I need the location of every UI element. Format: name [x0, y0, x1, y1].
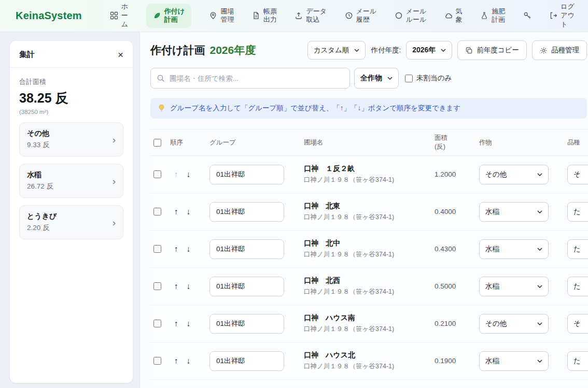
variety-select[interactable]: た [567, 202, 588, 222]
move-up-button[interactable]: ↑ [174, 170, 178, 179]
table-row: ↑ ↓ 口神 北東 口神ノ川１９８（笹ヶ谷374-1) 0.4000 水稲 た [150, 193, 588, 231]
variety-management-button[interactable]: 品種管理 [532, 40, 587, 60]
crop-select[interactable]: 水稲 [479, 351, 549, 371]
move-down-button[interactable]: ↓ [187, 170, 191, 179]
unassigned-only-label: 未割当のみ [416, 74, 452, 83]
field-name: 口神 北中 [304, 239, 435, 248]
select-all-checkbox[interactable] [153, 139, 161, 147]
table-row-clipped [150, 380, 588, 387]
move-up-button[interactable]: ↑ [174, 320, 178, 328]
search-input[interactable] [150, 68, 350, 89]
area-value: 0.1900 [435, 357, 479, 365]
move-down-button[interactable]: ↓ [187, 282, 191, 291]
variety-select-value: そ [573, 170, 581, 179]
variety-select[interactable]: た [567, 277, 588, 296]
group-input[interactable] [209, 351, 284, 371]
map-pin-icon [209, 11, 217, 20]
move-up-button[interactable]: ↑ [174, 208, 178, 216]
chevron-right-icon: › [113, 218, 116, 227]
copy-previous-year-button[interactable]: 前年度コピー [457, 40, 527, 60]
nav-item-planting-plan[interactable]: 作付け 計画 [146, 4, 191, 28]
chevron-down-icon [537, 360, 542, 363]
nav-item-label: データ 取込 [306, 7, 327, 25]
row-checkbox[interactable] [153, 357, 161, 365]
crop-summary-card-suito[interactable]: 水稲 26.72 反 › [19, 164, 123, 198]
field-address: 口神ノ川１９８（笹ヶ谷374-1) [304, 250, 435, 259]
variety-select-value: た [573, 356, 581, 366]
move-down-button[interactable]: ↓ [187, 357, 191, 365]
crop-filter-select[interactable]: 全作物 [354, 68, 399, 89]
field-address: 口神ノ川１９８（笹ヶ谷374-1) [304, 213, 435, 222]
document-icon [252, 11, 260, 20]
nav-item-data-import[interactable]: データ 取込 [295, 7, 327, 25]
group-input[interactable] [209, 165, 284, 184]
table-row: ↑ ↓ 口神 ハウス北 口神ノ川１９８（笹ヶ谷374-1) 0.1900 水稲 … [150, 342, 588, 380]
area-value: 0.5000 [435, 282, 479, 290]
chevron-down-icon [441, 49, 446, 52]
field-address: 口神ノ川１９８（笹ヶ谷374-1) [304, 362, 435, 371]
field-name: 口神 ハウス北 [304, 351, 435, 360]
field-name: 口神 １反２畝 [304, 164, 435, 174]
nav-item-field-management[interactable]: 圃場 管理 [209, 7, 234, 25]
nav-item-logout[interactable]: ログ アウ ト [549, 3, 575, 29]
nav-item-mail-history[interactable]: メール 履歴 [345, 7, 377, 25]
nav-item-weather[interactable]: 気 象 [444, 7, 463, 25]
nav-item-mail-rules[interactable]: メール ルール [395, 7, 427, 25]
main-nav: ホ ー ム 作付け 計画 圃場 管理 帳票 出力 データ 取込 メール 履歴 メ… [110, 3, 575, 29]
close-icon[interactable]: × [118, 50, 123, 60]
move-up-button[interactable]: ↑ [174, 245, 178, 253]
variety-select[interactable]: そ [567, 314, 588, 334]
crop-summary-value: 26.72 反 [27, 182, 53, 191]
rule-circle-icon [395, 11, 403, 20]
group-input[interactable] [209, 239, 284, 259]
variety-select[interactable]: た [567, 351, 588, 371]
variety-select[interactable]: そ [567, 165, 588, 184]
nav-item-label: 作付け 計画 [164, 7, 185, 25]
header-group: グループ [209, 138, 304, 147]
area-value: 1.2000 [435, 170, 479, 178]
variety-select[interactable]: た [567, 239, 588, 259]
row-checkbox[interactable] [153, 245, 161, 253]
search-icon [157, 74, 165, 82]
row-checkbox[interactable] [153, 282, 161, 290]
table-row: ↑ ↓ 口神 １反２畝 口神ノ川１９８（笹ヶ谷374-1) 1.2000 その他… [150, 156, 588, 193]
row-checkbox[interactable] [153, 320, 161, 327]
field-address: 口神ノ川１９８（笹ヶ谷374-1) [304, 176, 435, 184]
nav-item-home[interactable]: ホ ー ム [110, 3, 128, 29]
unassigned-only-checkbox[interactable] [405, 75, 413, 82]
group-input[interactable] [209, 202, 284, 222]
copy-icon [465, 47, 473, 54]
chevron-down-icon [537, 210, 542, 213]
group-input[interactable] [209, 314, 284, 334]
nav-item-report-output[interactable]: 帳票 出力 [252, 7, 277, 25]
unassigned-only-toggle[interactable]: 未割当のみ [405, 74, 452, 83]
plant-year-select[interactable]: 2026年 [406, 41, 452, 60]
summary-sidebar: 集計 × 合計面積 38.25 反 (38250 m²) その他 9.33 反 … [0, 32, 139, 388]
crop-select[interactable]: その他 [479, 314, 549, 334]
move-down-button[interactable]: ↓ [187, 245, 191, 253]
nav-item-fertilizer-plan[interactable]: 施肥 計画 [480, 7, 505, 25]
crop-summary-value: 2.20 反 [27, 223, 57, 233]
crop-summary-card-tokibi[interactable]: とうきび 2.20 反 › [19, 205, 123, 239]
area-value: 0.4000 [435, 208, 479, 215]
row-checkbox[interactable] [153, 208, 161, 215]
crop-select[interactable]: 水稲 [479, 277, 549, 296]
row-checkbox[interactable] [153, 170, 161, 178]
crop-summary-card-sonota[interactable]: その他 9.33 反 › [19, 122, 123, 156]
crop-select[interactable]: 水稲 [479, 239, 549, 259]
crop-select[interactable]: 水稲 [479, 202, 549, 222]
move-down-button[interactable]: ↓ [187, 208, 191, 216]
password-key-button[interactable] [523, 11, 531, 20]
variety-management-label: 品種管理 [551, 46, 579, 55]
chevron-down-icon [537, 173, 542, 176]
move-up-button[interactable]: ↑ [174, 357, 178, 365]
group-input[interactable] [209, 277, 284, 296]
main-content: 作付け計画 2026年度 カスタム順 作付年度: 2026年 前年度コピー [139, 32, 588, 388]
crop-select[interactable]: その他 [479, 165, 549, 184]
move-down-button[interactable]: ↓ [187, 320, 191, 328]
app-logo: KeinaSystem [16, 10, 82, 22]
chevron-right-icon: › [113, 135, 116, 145]
move-up-button[interactable]: ↑ [174, 282, 178, 291]
chevron-down-icon [387, 77, 393, 80]
sort-order-select[interactable]: カスタム順 [307, 41, 366, 60]
